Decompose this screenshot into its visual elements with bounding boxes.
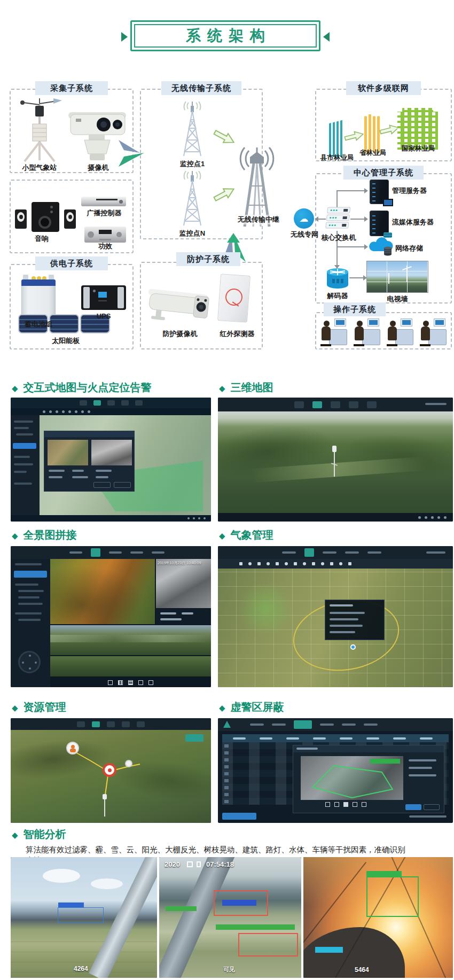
detection-box-red-2 [238,933,298,956]
amplifier-icon [84,227,126,243]
page: 系统架构 采集子系统 小型气象站 摄像机 [0,0,454,980]
detection-bar-cyan [315,947,343,953]
toolbar-tab [137,721,145,727]
heading-resource: ◆资源管理 [12,700,66,714]
toolbar-tab [80,400,87,406]
ui-topbar [11,546,211,559]
alarm-popup [44,431,135,492]
weather-station-icon [16,97,63,162]
software-network-tab: 软件多级联网 [346,81,421,95]
camera-marker [125,760,132,767]
autumn-mountain-image [50,559,155,624]
bottom-action-button [222,813,256,820]
bridge-beam [159,857,241,978]
stream-server-icon [370,211,389,236]
tower-marker [101,794,108,816]
toolbar-tab-active [93,400,101,406]
toolbar-tab [121,400,129,406]
heading-panorama: ◆全景图拼接 [12,528,77,542]
ui-sidebar [11,415,40,515]
banner-right-arrow-icon [318,32,330,42]
infrared-detector-label: 红外探测器 [213,329,262,339]
infrared-detector-icon [218,273,251,324]
heading-3d-map: ◆三维地图 [219,380,273,395]
mask-popup [293,745,444,813]
tv-wall-icon [366,261,428,293]
diamond-icon: ◆ [12,703,18,712]
mgmt-server-label: 管理服务器 [392,186,437,196]
monitor-point-n-label: 监控点N [175,229,209,238]
protection-camera-icon [146,280,212,327]
ups-label: UPS [91,312,116,320]
toolbar-tab-active [92,721,100,727]
popup-button-secondary [424,804,440,810]
operator-workstation-icon [319,316,347,346]
photo-scene: 2020 07:54:18 可见 [159,857,301,978]
detection-bar-green-small [166,906,197,911]
popup-thumb-visible [48,440,88,465]
popup-button [93,482,111,488]
ui-topbar [11,718,211,730]
osd-date: 2020 [165,860,180,868]
core-switch-label: 核心交换机 [317,233,360,243]
connector [350,219,365,220]
diamond-icon: ◆ [219,384,225,393]
ui-topbar [11,398,211,408]
photo-note: 可见 [223,966,235,974]
operation-subsystem-tab: 操作子系统 [324,302,386,316]
ui-bottombar [50,678,211,687]
monitor-point-1-label: 监控点1 [175,159,209,169]
ui-toolbar2 [11,408,211,415]
terrain-3d [11,730,211,823]
toolbar-tab [349,401,358,408]
stream-server-label: 流媒体服务器 [392,217,443,227]
wireless-subsystem-tab: 无线传输子系统 [161,81,241,95]
toolbar-tab [77,721,85,727]
toolbar-tab [107,721,115,727]
ui-statusbar [11,515,211,522]
ui-sidebar [11,559,50,687]
diamond-icon: ◆ [12,531,18,540]
panorama-strip-2 [50,656,211,676]
app-logo-icon [223,721,231,728]
core-switch-icon [324,206,351,232]
connector [336,190,338,208]
screenshot-weather [218,546,453,687]
collection-subsystem-tab: 采集子系统 [35,81,108,95]
popup-thumb-thermal [91,440,132,465]
tv-wall-label: 电视墙 [383,294,411,304]
monitor-tower-1-icon [175,102,209,158]
location-marker [350,644,356,650]
detection-box [58,907,104,923]
operator-workstation-icon [353,316,380,346]
protection-subsystem-tab: 防护子系统 [176,252,240,266]
camera-label: 摄像机 [79,163,118,173]
ui-topbar [218,398,453,411]
center-subsystem-tab: 中心管理子系统 [343,166,424,180]
weather-popup [325,600,385,640]
connector [349,277,364,278]
ui-statusbar [218,513,453,522]
speaker-label: 音响 [26,234,58,244]
ui-toolbar2 [218,559,453,569]
amplifier-label: 功效 [90,242,121,251]
solar-panel-label: 太阳能板 [42,336,90,346]
ui-topbar [218,546,453,559]
speakers-icon [15,202,76,232]
national-bureau-label: 国家林业局 [398,144,438,153]
mgmt-server-icon [370,180,389,204]
title-banner: 系统架构 [130,20,320,51]
toolbar-tab [122,721,130,727]
battery-label: 蓄电池组 [19,320,58,329]
thermal-image: 2019年10月23日 10:40:09 [156,559,211,608]
banner-left-arrow-icon [121,32,132,42]
ui-topbar [218,718,453,731]
broadcast-controller-label: 广播控制器 [81,208,127,218]
satellite-map [218,569,453,687]
heading-analysis: ◆智能分析 [12,827,66,842]
toolbar-tab [367,401,377,408]
net-storage-icon [367,236,394,258]
operator-workstation-icon [419,316,447,346]
watch-tower-marker [331,446,338,478]
connector [337,246,365,247]
